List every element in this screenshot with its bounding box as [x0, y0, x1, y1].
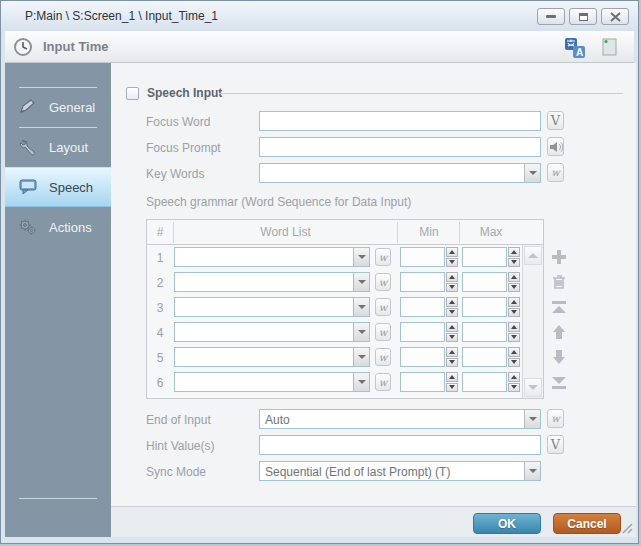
spin-down-icon[interactable] [446, 333, 458, 343]
maximize-icon [579, 13, 588, 21]
delete-row-button[interactable] [549, 272, 569, 292]
key-words-dropdown[interactable] [259, 163, 541, 183]
spin-up-icon[interactable] [446, 322, 458, 332]
scroll-down-icon[interactable] [524, 378, 542, 397]
end-of-input-wordlist-button[interactable]: w [547, 409, 564, 428]
word-list-dropdown[interactable] [174, 322, 370, 342]
wordlist-button[interactable]: w [375, 348, 391, 366]
notes-icon[interactable] [602, 37, 618, 60]
dropdown-arrow-icon[interactable] [524, 410, 540, 428]
sidebar-item-general[interactable]: General [5, 87, 111, 127]
ok-button[interactable]: OK [473, 513, 541, 534]
col-header-min: Min [399, 225, 459, 239]
word-list-dropdown[interactable] [174, 247, 370, 267]
min-input[interactable] [400, 347, 445, 367]
min-input[interactable] [400, 272, 445, 292]
spin-down-icon[interactable] [508, 358, 520, 368]
dropdown-arrow-icon[interactable] [353, 373, 369, 391]
focus-word-variable-button[interactable]: V [547, 111, 564, 130]
max-input[interactable] [462, 372, 507, 392]
minimize-button[interactable] [537, 8, 565, 25]
spin-up-icon[interactable] [446, 272, 458, 282]
sync-mode-dropdown[interactable]: Sequential (End of last Prompt) (T) [259, 461, 541, 481]
focus-prompt-input[interactable] [259, 137, 541, 157]
window-title: P:Main \ S:Screen_1 \ Input_Time_1 [25, 9, 218, 23]
move-up-button[interactable] [549, 322, 569, 342]
cancel-button[interactable]: Cancel [553, 513, 621, 534]
dropdown-arrow-icon[interactable] [353, 348, 369, 366]
min-input[interactable] [400, 322, 445, 342]
sidebar-item-actions[interactable]: Actions [5, 207, 111, 247]
move-top-button[interactable] [549, 297, 569, 317]
min-input[interactable] [400, 297, 445, 317]
max-input[interactable] [462, 247, 507, 267]
word-list-dropdown[interactable] [174, 347, 370, 367]
wordlist-button[interactable]: w [375, 373, 391, 391]
end-of-input-label: End of Input [146, 413, 211, 427]
spin-down-icon[interactable] [508, 308, 520, 318]
dropdown-arrow-icon[interactable] [353, 298, 369, 316]
gears-icon [17, 216, 39, 238]
key-words-wordlist-button[interactable]: w [547, 163, 564, 182]
spin-up-icon[interactable] [508, 322, 520, 332]
scroll-up-icon[interactable] [524, 246, 542, 265]
spin-up-icon[interactable] [508, 297, 520, 307]
grammar-row: 3 w [147, 295, 522, 320]
spin-down-icon[interactable] [508, 333, 520, 343]
min-input[interactable] [400, 372, 445, 392]
title-bar[interactable]: P:Main \ S:Screen_1 \ Input_Time_1 [1, 1, 638, 31]
spin-up-icon[interactable] [446, 372, 458, 382]
wordlist-button[interactable]: w [375, 323, 391, 341]
dropdown-arrow-icon[interactable] [353, 273, 369, 291]
spin-down-icon[interactable] [508, 383, 520, 393]
close-button[interactable] [601, 8, 629, 25]
spin-up-icon[interactable] [446, 347, 458, 357]
translate-icon[interactable]: A [564, 37, 586, 63]
resize-grip[interactable] [621, 522, 633, 534]
focus-word-input[interactable] [259, 111, 541, 131]
max-input[interactable] [462, 347, 507, 367]
sidebar-item-speech[interactable]: Speech [5, 167, 111, 207]
wordlist-button[interactable]: w [375, 248, 391, 266]
add-row-button[interactable] [549, 247, 569, 267]
spin-down-icon[interactable] [508, 283, 520, 293]
word-list-dropdown[interactable] [174, 297, 370, 317]
dropdown-arrow-icon[interactable] [524, 462, 540, 480]
spin-down-icon[interactable] [446, 383, 458, 393]
hint-values-variable-button[interactable]: V [547, 435, 564, 454]
spin-down-icon[interactable] [508, 258, 520, 268]
wordlist-button[interactable]: w [375, 273, 391, 291]
spin-down-icon[interactable] [446, 358, 458, 368]
hint-values-input[interactable] [259, 435, 541, 455]
max-input[interactable] [462, 272, 507, 292]
spin-down-icon[interactable] [446, 258, 458, 268]
focus-prompt-speaker-button[interactable] [547, 137, 564, 156]
dropdown-arrow-icon[interactable] [353, 323, 369, 341]
move-bottom-button[interactable] [549, 372, 569, 392]
max-input[interactable] [462, 322, 507, 342]
spin-up-icon[interactable] [446, 297, 458, 307]
minimize-icon [546, 15, 556, 18]
spin-down-icon[interactable] [446, 308, 458, 318]
dropdown-arrow-icon[interactable] [353, 248, 369, 266]
word-list-dropdown[interactable] [174, 272, 370, 292]
sidebar-item-layout[interactable]: Layout [5, 127, 111, 167]
table-scrollbar[interactable] [522, 245, 543, 398]
spin-up-icon[interactable] [508, 372, 520, 382]
min-input[interactable] [400, 247, 445, 267]
spin-up-icon[interactable] [446, 247, 458, 257]
maximize-button[interactable] [569, 8, 597, 25]
spin-down-icon[interactable] [446, 283, 458, 293]
end-of-input-dropdown[interactable]: Auto [259, 409, 541, 429]
end-of-input-value: Auto [265, 413, 290, 427]
spin-up-icon[interactable] [508, 272, 520, 282]
word-list-dropdown[interactable] [174, 372, 370, 392]
sidebar-divider [19, 498, 97, 499]
dropdown-arrow-icon[interactable] [524, 164, 540, 182]
move-down-button[interactable] [549, 347, 569, 367]
spin-up-icon[interactable] [508, 247, 520, 257]
spin-up-icon[interactable] [508, 347, 520, 357]
wordlist-button[interactable]: w [375, 298, 391, 316]
max-input[interactable] [462, 297, 507, 317]
speech-input-checkbox[interactable] [126, 87, 139, 100]
